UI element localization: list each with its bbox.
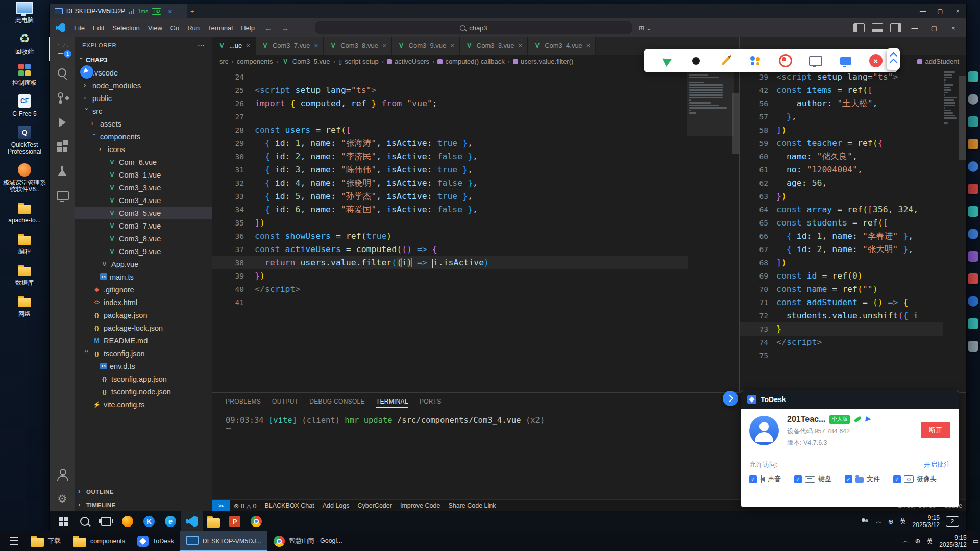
file-com3-4-vue[interactable]: VCom3_4.vue: [75, 194, 212, 207]
people-icon[interactable]: [861, 518, 870, 524]
local-tray-expand-icon[interactable]: ︿: [902, 537, 909, 545]
desktop-icon-quicktest-professional[interactable]: QQuickTest Professional: [0, 124, 49, 155]
file-tsconfig-json[interactable]: ›{}tsconfig.json: [75, 347, 212, 360]
status-share-code-link[interactable]: Share Code Link: [444, 502, 500, 509]
dock-icon-1[interactable]: [968, 71, 978, 82]
code-line-67[interactable]: 67 { id: 2, name: "张大明" },: [740, 243, 943, 256]
checkbox-checked[interactable]: ✓: [845, 475, 852, 483]
enable-annotation-button[interactable]: 开启批注: [924, 460, 950, 469]
file-explorer-icon[interactable]: [203, 511, 224, 532]
tab-close-icon[interactable]: ×: [314, 42, 318, 49]
code-line-57[interactable]: 57 },: [740, 110, 943, 123]
file-vite-config-ts[interactable]: ⚡vite.config.ts: [75, 398, 212, 411]
project-root-row[interactable]: › CHAP3: [75, 54, 212, 66]
folder-node-modules[interactable]: ›node_modules: [75, 79, 212, 92]
remote-session-tab[interactable]: DESKTOP-VM5DJ2P 1ms HD ×: [50, 4, 187, 18]
taskbar-item-todesk[interactable]: ToDesk: [131, 531, 180, 551]
tab-close-icon[interactable]: ×: [382, 42, 386, 49]
breadcrumb-item[interactable]: src: [219, 58, 228, 65]
close-session-icon[interactable]: ×: [165, 8, 175, 15]
code-line-31[interactable]: 31 { id: 3, name: "陈伟伟", isActive: true …: [212, 163, 688, 177]
toolbar-collapse-button[interactable]: [887, 48, 900, 70]
taskbar-item-components[interactable]: components: [67, 531, 131, 551]
file-index-html[interactable]: <>index.html: [75, 296, 212, 309]
checkbox-checked[interactable]: ✓: [794, 475, 802, 483]
folder-src[interactable]: ›src: [75, 105, 212, 117]
code-line-61[interactable]: 61 no: "12004004",: [740, 163, 943, 177]
code-line-62[interactable]: 62 age: 56,: [740, 177, 943, 190]
tab-close-icon[interactable]: ×: [586, 42, 591, 49]
kugou-icon[interactable]: K: [138, 511, 160, 532]
breadcrumb-item[interactable]: activeUsers: [387, 58, 429, 65]
checkbox-checked[interactable]: ✓: [893, 475, 901, 483]
code-line-34[interactable]: 34 { id: 6, name: "蒋爱国", isActive: false…: [212, 203, 688, 216]
folder-public[interactable]: ›public: [75, 92, 212, 105]
local-menu-button[interactable]: [3, 531, 24, 551]
network-icon[interactable]: ⊕: [888, 518, 894, 525]
tab-com3-7-vue[interactable]: VCom3_7.vue×: [256, 37, 324, 55]
dock-icon-5[interactable]: [968, 161, 978, 172]
screen-gray-icon[interactable]: [807, 52, 824, 69]
file-app-vue[interactable]: VApp.vue: [75, 258, 212, 270]
notification-center-icon[interactable]: ▭: [973, 537, 979, 545]
remote-clock[interactable]: 9:15 2025/3/12: [913, 514, 940, 529]
desktop-icon-[interactable]: ♻回收站: [0, 31, 49, 55]
dock-icon-3[interactable]: [968, 116, 978, 127]
window-close-button[interactable]: ×: [949, 4, 966, 18]
file-readme-md[interactable]: MREADME.md: [75, 334, 212, 347]
desktop-icon-v6[interactable]: 极域课堂管理系统软件V6..: [0, 162, 49, 193]
taskbar-item-desktop-vm5dj[interactable]: DESKTOP-VM5DJ...: [180, 531, 267, 551]
scm-activity-button[interactable]: [50, 86, 75, 110]
scrollbar[interactable]: [732, 93, 739, 154]
desktop-icon-[interactable]: 编程: [0, 231, 49, 255]
record-icon[interactable]: [777, 52, 794, 69]
dock-icon-11[interactable]: [968, 296, 978, 307]
todesk-expand-button[interactable]: [723, 391, 738, 406]
menu-go[interactable]: Go: [166, 22, 183, 34]
code-line-40[interactable]: 40</script>: [212, 283, 688, 296]
breadcrumb-item[interactable]: users.value.filter(): [513, 58, 573, 65]
tab-ue[interactable]: V...ue×: [212, 37, 256, 55]
dock-icon-7[interactable]: [968, 206, 978, 217]
code-line-41[interactable]: 41: [212, 296, 688, 309]
code-line-42[interactable]: 42const items = ref([: [740, 84, 943, 97]
dock-icon-10[interactable]: [968, 273, 978, 284]
file-com-6-vue[interactable]: VCom_6.vue: [75, 156, 212, 168]
desktop-icon-[interactable]: 数据库: [0, 262, 49, 286]
tab-close-icon[interactable]: ×: [450, 42, 454, 49]
breadcrumb-item[interactable]: components: [237, 58, 273, 65]
code-line-75[interactable]: 75: [740, 349, 943, 362]
test-activity-button[interactable]: [50, 159, 75, 184]
file-com3-7-vue[interactable]: VCom3_7.vue: [75, 219, 212, 232]
status-blackbox-chat[interactable]: BLACKBOX Chat: [260, 502, 318, 509]
taskbar-search-button[interactable]: [74, 511, 95, 532]
code-line-70[interactable]: 70const name = ref(""): [740, 283, 943, 296]
desktop-icon-apache-to[interactable]: apache-to...: [0, 200, 49, 224]
code-line-56[interactable]: 56 author: "土大松",: [740, 97, 943, 110]
tab-com3-4-vue[interactable]: VCom3_4.vue×: [528, 37, 596, 55]
menu-run[interactable]: Run: [183, 22, 204, 34]
menu-view[interactable]: View: [144, 22, 166, 34]
window-minimize-button[interactable]: —: [914, 4, 932, 18]
tab-com3-8-vue[interactable]: VCom3_8.vue×: [324, 37, 391, 55]
desktop-icon-[interactable]: 网络: [0, 293, 49, 317]
task-view-button[interactable]: [95, 511, 117, 532]
code-line-66[interactable]: 66 { id: 1, name: "李春进" },: [740, 230, 943, 243]
code-line-37[interactable]: 37const activeUsers = computed(() => {: [212, 243, 688, 256]
code-line-29[interactable]: 29 { id: 1, name: "张海涛", isActive: true …: [212, 137, 688, 150]
toggle-panel-icon[interactable]: [872, 23, 883, 32]
dock-icon-4[interactable]: [968, 139, 978, 149]
desktop-icon-[interactable]: 此电脑: [0, 0, 49, 24]
code-line-73[interactable]: 73}: [740, 322, 943, 336]
folder-icons[interactable]: ›icons: [75, 143, 212, 156]
code-line-27[interactable]: 27: [212, 110, 688, 123]
status-cybercoder[interactable]: CyberCoder: [354, 502, 396, 509]
code-line-63[interactable]: 63}): [740, 190, 943, 203]
dock-icon-12[interactable]: [968, 318, 978, 329]
menu-terminal[interactable]: Terminal: [204, 22, 237, 34]
local-clock[interactable]: 9:15 2025/3/12: [939, 534, 966, 548]
tab-com3-3-vue[interactable]: VCom3_3.vue×: [460, 37, 528, 55]
file-package-lock-json[interactable]: {}package-lock.json: [75, 321, 212, 334]
firefox-icon[interactable]: [117, 511, 138, 532]
file-tsconfig-node-json[interactable]: {}tsconfig.node.json: [75, 385, 212, 398]
